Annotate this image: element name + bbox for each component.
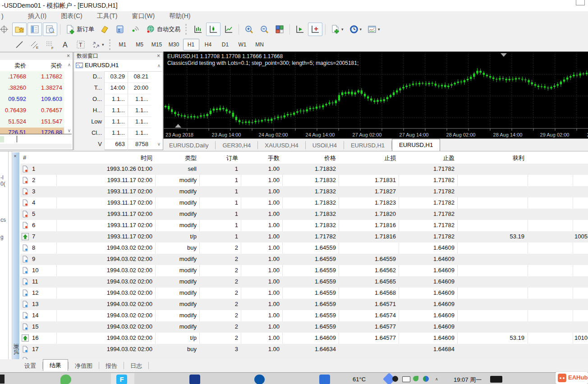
- chart-tab-ger30h4[interactable]: GER30,H4: [216, 140, 257, 151]
- tray-expand-icon[interactable]: ∧: [435, 377, 438, 381]
- signals-button[interactable]: [128, 23, 142, 36]
- table-row[interactable]: 41993.11.17 02:00modify11.001.718321.718…: [20, 197, 588, 209]
- table-row[interactable]: 31993.11.17 02:00modify11.001.718321.718…: [20, 186, 588, 197]
- table-row[interactable]: 151994.03.02 02:00modify21.001.645591.64…: [20, 321, 588, 333]
- new-chart-button[interactable]: ▾: [328, 23, 346, 36]
- table-row[interactable]: 131994.03.02 02:00modify21.001.645591.64…: [20, 299, 588, 310]
- scroll-down-icon[interactable]: ∨: [68, 128, 71, 133]
- symbol-entry-strip[interactable]: [0, 134, 72, 144]
- column-header-time[interactable]: 时间: [141, 154, 152, 162]
- table-row[interactable]: 161994.03.02 02:00t/p21.001.646091.64577…: [20, 333, 588, 344]
- menu-item-3[interactable]: 工具(T): [97, 12, 118, 20]
- timeframe-M15[interactable]: M15: [149, 39, 165, 50]
- channels-button[interactable]: E: [28, 38, 42, 51]
- timeframe-M30[interactable]: M30: [166, 39, 182, 50]
- column-header-tp[interactable]: 止盈: [443, 154, 455, 162]
- timeframe-H1[interactable]: H1: [183, 39, 199, 50]
- quote-row[interactable]: .176681.17682: [0, 71, 64, 83]
- zoom-in-button[interactable]: [242, 23, 256, 36]
- table-row[interactable]: 121994.03.02 02:00modify21.001.645591.64…: [20, 288, 588, 299]
- chart-tab-usoilh4[interactable]: USOil,H4: [306, 140, 344, 151]
- new-order-button[interactable]: 新订单: [63, 23, 96, 36]
- taskbar[interactable]: F∧ 61°C 19:07 周一 EAHub: [0, 372, 588, 384]
- timeframe-D1[interactable]: D1: [217, 39, 234, 50]
- bar-chart-button[interactable]: [191, 23, 205, 36]
- taskbar-square-app-icon[interactable]: [319, 375, 330, 384]
- crosshair-button[interactable]: [0, 23, 11, 36]
- tester-tab-3[interactable]: 净值图: [69, 361, 99, 371]
- autotrading-button[interactable]: 自动交易: [143, 23, 183, 36]
- zoom-out-button[interactable]: [257, 23, 271, 36]
- fibonacci-button[interactable]: F: [43, 38, 57, 51]
- timeframe-MN[interactable]: MN: [252, 39, 268, 50]
- taskbar-flag-app-icon[interactable]: [189, 375, 200, 384]
- metaeditor-button[interactable]: [113, 23, 127, 36]
- table-row[interactable]: 101994.03.02 02:00modify21.001.645591.64…: [20, 265, 588, 276]
- candle-chart-button[interactable]: [206, 23, 220, 36]
- table-row[interactable]: 71993.11.17 02:00t/p11.001.717821.718161…: [20, 231, 588, 242]
- close-icon[interactable]: ×: [67, 53, 70, 59]
- tester-tab-5[interactable]: 日志: [124, 361, 148, 371]
- quote-row[interactable]: 0.764390.76457: [0, 105, 64, 117]
- chart-tab-eurusdh1[interactable]: EURUSD,H1: [392, 139, 440, 151]
- menu-item-2[interactable]: 图表(C): [61, 12, 82, 20]
- column-header-type[interactable]: 类型: [185, 154, 197, 162]
- tester-tab-1[interactable]: 设置: [18, 361, 42, 371]
- column-header-order[interactable]: 订单: [226, 154, 238, 162]
- tester-close-icon[interactable]: ×: [12, 153, 18, 159]
- chart-area[interactable]: 23 Aug 201823 Aug 14:0024 Aug 02:0024 Au…: [164, 52, 588, 138]
- timeframe-W1[interactable]: W1: [234, 39, 251, 50]
- taskbar-leaf-app-icon[interactable]: [60, 375, 71, 384]
- taskbar-circle-app-icon[interactable]: [254, 375, 265, 384]
- tester-tab-4[interactable]: 报告: [99, 361, 124, 371]
- text-button[interactable]: A: [58, 38, 73, 51]
- line-chart-button[interactable]: [221, 23, 236, 36]
- ask-column-header[interactable]: 买价: [51, 62, 62, 70]
- taskbar-app-partial-icon[interactable]: [0, 375, 5, 384]
- table-row[interactable]: 81994.03.02 02:00buy21.001.645591.64609: [20, 242, 588, 254]
- chart-shift-button[interactable]: [308, 23, 322, 36]
- quote-row-highlighted[interactable]: 726.511726.88: [0, 128, 64, 134]
- timeframe-H4[interactable]: H4: [200, 39, 216, 50]
- maximize-button[interactable]: [576, 0, 585, 5]
- menu-item-5[interactable]: 帮助(H): [169, 12, 190, 20]
- tester-drag-strip[interactable]: [12, 152, 19, 359]
- bid-column-header[interactable]: 卖价: [14, 62, 26, 70]
- shapes-button[interactable]: ▾: [89, 38, 106, 51]
- table-row[interactable]: 51993.11.17 02:00modify11.001.718321.718…: [20, 209, 588, 220]
- timeframe-M5[interactable]: M5: [132, 39, 148, 50]
- tray-monitor-icon[interactable]: [402, 376, 410, 382]
- table-row[interactable]: 171994.03.02 02:00buy31.001.646341.64684: [20, 344, 588, 355]
- line-tool-button[interactable]: [12, 38, 27, 51]
- timeframe-M1[interactable]: M1: [115, 39, 131, 50]
- column-header-sl[interactable]: 止损: [384, 154, 396, 162]
- column-header-lots[interactable]: 手数: [268, 154, 280, 162]
- tester-tab-2[interactable]: 结果: [43, 359, 68, 371]
- quote-row[interactable]: 09.592109.603: [0, 94, 64, 105]
- chart-tab-eurusdh1[interactable]: EURUSD,H1: [344, 140, 391, 151]
- scroll-up-icon[interactable]: ∧: [157, 63, 161, 68]
- quote-row[interactable]: 51.524151.547: [0, 116, 64, 128]
- templates-button[interactable]: ▾: [365, 23, 382, 36]
- table-row[interactable]: 11993.10.26 01:00sell11.001.718321.71782: [20, 164, 588, 175]
- table-row[interactable]: 21993.11.17 02:00modify11.001.718321.718…: [20, 175, 588, 186]
- periods-button[interactable]: ▾: [347, 23, 364, 36]
- history-center-button[interactable]: [97, 23, 112, 36]
- favorites-button[interactable]: [12, 23, 27, 36]
- tray-black-rect-icon[interactable]: [490, 376, 502, 383]
- column-header-num[interactable]: #: [23, 154, 26, 161]
- tray-leaf-icon[interactable]: [413, 376, 418, 381]
- close-icon[interactable]: ×: [157, 53, 160, 59]
- symbol-row[interactable]: EURUSD,H1: [74, 60, 162, 72]
- taskbar-f-app-icon[interactable]: F: [116, 375, 127, 384]
- market-watch-button[interactable]: [28, 23, 42, 36]
- table-row[interactable]: 91994.03.02 02:00modify21.001.645591.645…: [20, 254, 588, 265]
- table-row[interactable]: 61993.11.17 02:00modify11.001.718321.718…: [20, 220, 588, 231]
- chart-tab-eurusddaily[interactable]: EURUSD,Daily: [162, 140, 215, 151]
- tray-dual-icon[interactable]: [423, 376, 429, 382]
- tile-windows-button[interactable]: [272, 23, 287, 36]
- menu-item-1[interactable]: 插入(I): [28, 12, 46, 20]
- chart-tab-xauusdh4[interactable]: XAUUSD,H4: [258, 140, 305, 151]
- text-label-button[interactable]: T: [74, 38, 88, 51]
- scroll-down-icon[interactable]: ∨: [157, 142, 161, 146]
